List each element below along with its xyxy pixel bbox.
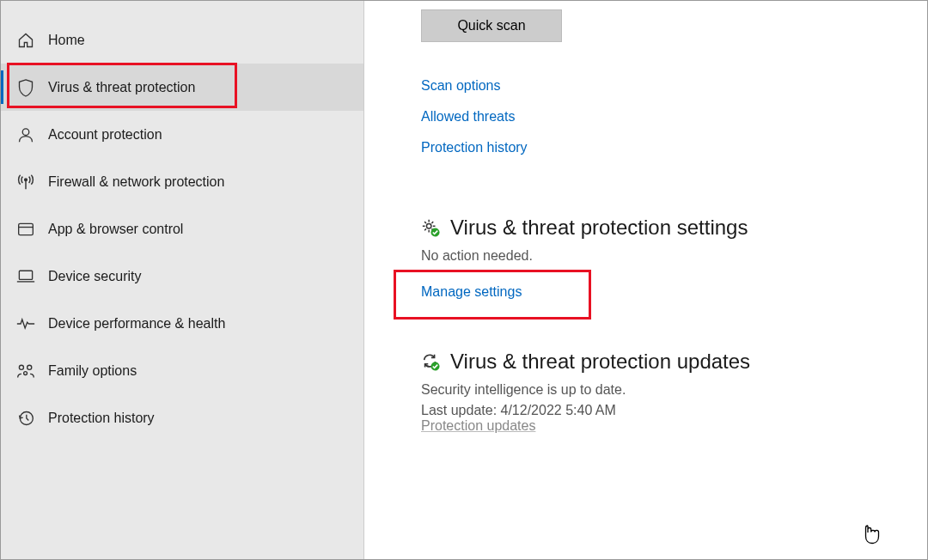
sidebar-label-device-security: Device security xyxy=(48,269,141,284)
shield-icon xyxy=(16,78,35,97)
main-content: Quick scan Scan options Allowed threats … xyxy=(364,1,927,559)
history-icon xyxy=(16,409,35,428)
settings-section-header: Virus & threat protection settings xyxy=(421,216,927,240)
threat-links-group: Scan options Allowed threats Protection … xyxy=(421,64,927,155)
sidebar-item-app-browser[interactable]: App & browser control xyxy=(1,205,363,253)
family-icon xyxy=(16,362,35,380)
svg-point-0 xyxy=(22,128,29,135)
refresh-check-icon xyxy=(421,352,440,371)
svg-point-1 xyxy=(25,178,27,180)
sidebar-item-firewall[interactable]: Firewall & network protection xyxy=(1,158,363,205)
protection-updates-link[interactable]: Protection updates xyxy=(421,418,535,433)
sidebar-item-performance[interactable]: Device performance & health xyxy=(1,300,363,347)
sidebar-label-virus-threat: Virus & threat protection xyxy=(48,80,195,95)
settings-section: Virus & threat protection settings No ac… xyxy=(421,216,927,300)
app-browser-icon xyxy=(16,220,35,239)
settings-status: No action needed. xyxy=(421,248,927,264)
gear-check-icon xyxy=(421,218,440,237)
scan-options-link[interactable]: Scan options xyxy=(421,78,927,94)
antenna-icon xyxy=(16,173,35,192)
updates-section: Virus & threat protection updates Securi… xyxy=(421,350,927,434)
sidebar-label-performance: Device performance & health xyxy=(48,316,225,332)
sidebar-label-home: Home xyxy=(48,33,85,48)
home-icon xyxy=(16,31,35,50)
sidebar: Home Virus & threat protection Account p… xyxy=(1,1,364,559)
svg-rect-4 xyxy=(19,271,32,279)
sidebar-item-protection-history[interactable]: Protection history xyxy=(1,394,363,441)
svg-point-9 xyxy=(426,223,431,228)
last-update: Last update: 4/12/2022 5:40 AM xyxy=(421,403,927,418)
sidebar-label-app-browser: App & browser control xyxy=(48,222,183,237)
protection-history-link[interactable]: Protection history xyxy=(421,140,927,155)
svg-point-6 xyxy=(27,365,32,369)
sidebar-item-home[interactable]: Home xyxy=(1,16,363,64)
sidebar-label-protection-history: Protection history xyxy=(48,411,155,426)
sidebar-label-firewall: Firewall & network protection xyxy=(48,174,224,190)
sidebar-label-family: Family options xyxy=(48,363,137,379)
updates-section-header: Virus & threat protection updates xyxy=(421,350,927,374)
allowed-threats-link[interactable]: Allowed threats xyxy=(421,109,927,125)
manage-settings-link[interactable]: Manage settings xyxy=(421,284,522,300)
updates-section-title: Virus & threat protection updates xyxy=(450,350,750,374)
svg-point-5 xyxy=(19,365,23,369)
person-icon xyxy=(16,125,35,144)
quick-scan-button[interactable]: Quick scan xyxy=(421,9,562,42)
mouse-cursor-icon xyxy=(862,523,881,545)
settings-section-title: Virus & threat protection settings xyxy=(450,216,748,240)
laptop-icon xyxy=(16,267,35,286)
svg-rect-2 xyxy=(19,223,34,234)
updates-status: Security intelligence is up to date. xyxy=(421,382,927,398)
sidebar-item-account[interactable]: Account protection xyxy=(1,111,363,158)
svg-point-7 xyxy=(24,371,27,374)
sidebar-label-account: Account protection xyxy=(48,127,162,143)
sidebar-item-family[interactable]: Family options xyxy=(1,347,363,394)
sidebar-item-device-security[interactable]: Device security xyxy=(1,253,363,300)
sidebar-item-virus-threat[interactable]: Virus & threat protection xyxy=(1,64,363,111)
heart-rate-icon xyxy=(16,314,35,333)
